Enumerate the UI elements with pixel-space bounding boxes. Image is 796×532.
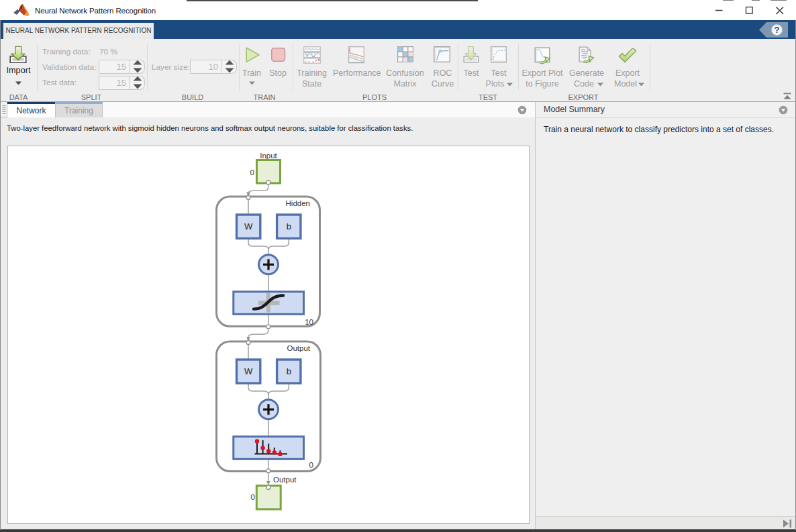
svg-text:0: 0 <box>309 461 313 469</box>
svg-text:Hidden: Hidden <box>286 199 310 207</box>
svg-text:Output: Output <box>273 476 297 484</box>
svg-text:b: b <box>287 221 291 231</box>
svg-text:W: W <box>244 221 253 231</box>
svg-text:b: b <box>287 366 291 376</box>
svg-text:Output: Output <box>287 344 310 352</box>
svg-text:10: 10 <box>305 318 313 326</box>
svg-text:0: 0 <box>250 493 254 501</box>
svg-text:0: 0 <box>250 168 254 176</box>
svg-text:?: ? <box>775 25 780 35</box>
svg-text:W: W <box>244 366 253 376</box>
svg-text:Input: Input <box>260 152 277 160</box>
